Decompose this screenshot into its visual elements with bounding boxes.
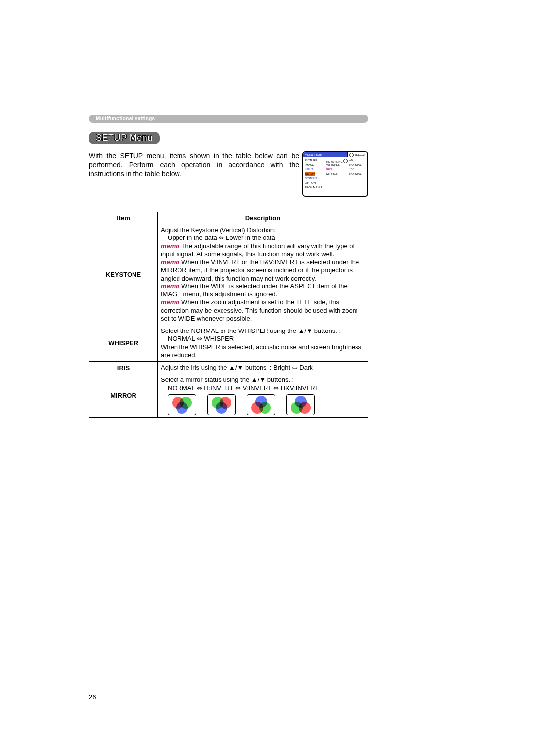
osd-right-item: 100 <box>349 167 366 171</box>
osd-mid-item: KEYSTONE <box>326 158 347 162</box>
table-row: IRIS Adjust the iris using the ▲/▼ butto… <box>89 362 368 374</box>
item-whisper: WHISPER <box>89 325 158 362</box>
osd-right-item: +0 <box>349 158 366 162</box>
page-number: 26 <box>89 693 96 701</box>
osd-left-item-selected: SETUP <box>305 172 324 176</box>
osd-mid-item: MIRROR <box>326 172 347 176</box>
item-mirror: MIRROR <box>89 374 158 418</box>
mirror-variant-icon <box>168 394 196 415</box>
osd-right-item: NORMAL <box>349 163 366 167</box>
osd-mid-col: KEYSTONE WHISPER IRIS MIRROR <box>326 158 347 189</box>
osd-left-item: INPUT <box>305 167 324 171</box>
osd-header-right-label: SELECT <box>355 152 366 157</box>
desc-iris: Adjust the iris using the ▲/▼ buttons. :… <box>158 362 368 374</box>
mirror-variant-icon <box>286 394 315 415</box>
section-heading: Multifunctional settings <box>89 115 368 123</box>
osd-left-col: PICTURE IMAGE INPUT SETUP SCREEN OPTION … <box>305 158 324 189</box>
page-content: Multifunctional settings SETUP Menu With… <box>89 115 368 418</box>
osd-right-item: NORMAL <box>349 172 366 176</box>
page-title: SETUP Menu <box>89 132 160 144</box>
mirror-variant-row <box>168 394 365 415</box>
osd-mid-item: WHISPER <box>326 163 347 167</box>
settings-table: Item Description KEYSTONE Adjust the Key… <box>89 212 368 418</box>
osd-right-col: +0 NORMAL 100 NORMAL <box>349 158 366 189</box>
item-iris: IRIS <box>89 362 158 374</box>
osd-left-item: EASY MENU <box>305 185 324 189</box>
table-row: MIRROR Select a mirror status using the … <box>89 374 368 418</box>
intro-paragraph: With the SETUP menu, items shown in the … <box>89 151 299 179</box>
desc-keystone: Adjust the Keystone (Vertical) Distortio… <box>158 224 368 325</box>
osd-mid-item: IRIS <box>326 167 347 171</box>
osd-left-item: IMAGE <box>305 163 324 167</box>
mirror-variant-icon <box>207 394 236 415</box>
osd-header-right: SELECT <box>347 152 367 157</box>
mirror-variant-icon <box>247 394 275 415</box>
col-header-item: Item <box>89 212 158 224</box>
col-header-desc: Description <box>158 212 368 224</box>
osd-preview: MENU [RGB] SELECT PICTURE IMAGE INPUT SE… <box>302 151 368 197</box>
item-keystone: KEYSTONE <box>89 224 158 325</box>
select-icon <box>349 153 354 157</box>
osd-header-left: MENU [RGB] <box>303 152 347 157</box>
osd-left-item: OPTION <box>305 181 324 185</box>
desc-whisper: Select the NORMAL or the WHISPER using t… <box>158 325 368 362</box>
table-row: WHISPER Select the NORMAL or the WHISPER… <box>89 325 368 362</box>
desc-mirror: Select a mirror status using the ▲/▼ but… <box>158 374 368 418</box>
osd-left-item: PICTURE <box>305 158 324 162</box>
table-row: KEYSTONE Adjust the Keystone (Vertical) … <box>89 224 368 325</box>
osd-left-item: SCREEN <box>305 176 324 180</box>
